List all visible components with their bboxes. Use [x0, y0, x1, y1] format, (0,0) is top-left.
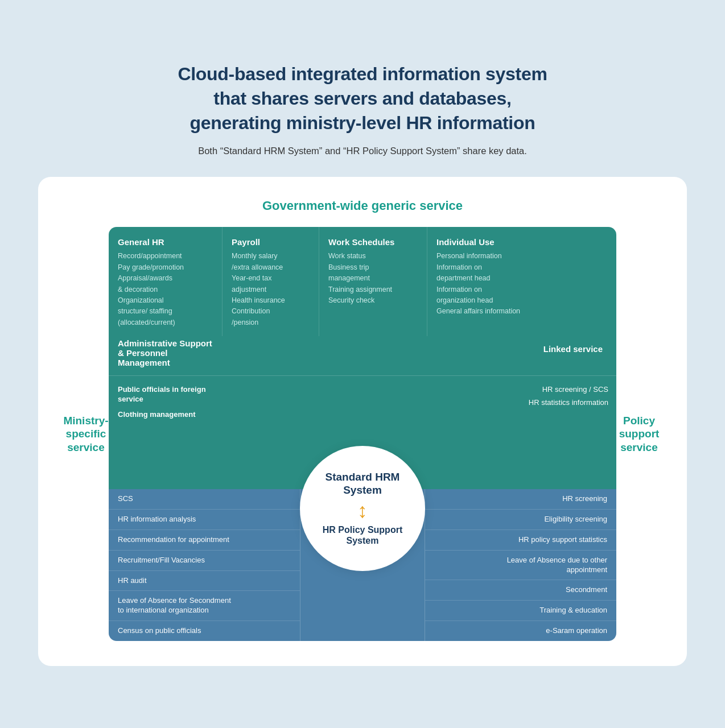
- bottom-right-item-4: Leave of Absence due to other appointmen…: [425, 551, 616, 581]
- policy-item-1: HR screening / SCS: [502, 385, 608, 394]
- admin-support-area: Administrative Support & Personnel Manag…: [118, 338, 360, 367]
- linked-service-area: Linked service: [360, 338, 607, 354]
- bottom-right-item-2: Eligibility screening: [425, 510, 616, 530]
- page-wrapper: Cloud-based integrated information syste…: [38, 62, 687, 666]
- bottom-right-item-5: Secondment: [425, 580, 616, 601]
- main-diagram: General HR Record/appointment Pay grade/…: [109, 227, 616, 641]
- bottom-right-item-1: HR screening: [425, 489, 616, 510]
- col-individual-use: Individual Use Personal information Info…: [427, 227, 541, 336]
- ministry-items-left: Public officials in foreign service Clot…: [109, 375, 234, 489]
- bottom-left-item-7: Census on public officials: [109, 621, 300, 641]
- section-title: Government-wide generic service: [63, 198, 662, 213]
- col3-header: Work Schedules: [328, 237, 419, 247]
- policy-support-label: Policy support service: [616, 227, 662, 641]
- policy-items-right: HR screening / SCS HR statistics informa…: [494, 375, 616, 489]
- arrow-icon: ↕: [357, 500, 368, 521]
- bottom-right-item-6: Training & education: [425, 601, 616, 621]
- col4-items: Personal information Information on depa…: [436, 251, 533, 317]
- col4-header: Individual Use: [436, 237, 533, 247]
- col2-header: Payroll: [232, 237, 311, 247]
- linked-service-label: Linked service: [360, 344, 603, 354]
- center-content: General HR Record/appointment Pay grade/…: [109, 227, 616, 641]
- subtitle: Both “Standard HRM System” and “HR Polic…: [38, 146, 687, 156]
- policy-label-text: Policy support service: [619, 414, 660, 454]
- col-general-hr: General HR Record/appointment Pay grade/…: [109, 227, 223, 336]
- hrm-circle: Standard HRM System ↕ HR Policy Support …: [300, 446, 425, 571]
- ministry-specific-label: Ministry- specific service: [63, 227, 109, 641]
- bottom-right-item-7: e-Saram operation: [425, 621, 616, 641]
- admin-linked-row: Administrative Support & Personnel Manag…: [109, 336, 616, 375]
- bottom-left-item-3: Recommendation for appointment: [109, 530, 300, 551]
- col-work-schedules: Work Schedules Work status Business trip…: [319, 227, 427, 336]
- bottom-left-item-4: Recruitment/Fill Vacancies: [109, 551, 300, 571]
- hrm-system-label: Standard HRM System: [326, 471, 400, 497]
- bottom-right-col: HR screening Eligibility screening HR po…: [425, 489, 616, 641]
- diagram-card: Government-wide generic service Ministry…: [38, 177, 687, 666]
- bottom-left-item-6: Leave of Absence for Secondment to inter…: [109, 591, 300, 621]
- col1-items: Record/appointment Pay grade/promotion A…: [118, 251, 214, 328]
- policy-item-2: HR statistics information: [502, 398, 608, 407]
- main-title: Cloud-based integrated information syste…: [38, 62, 687, 136]
- outer-layout: Ministry- specific service General HR Re…: [63, 227, 662, 641]
- bottom-left-col: SCS HR information analysis Recommendati…: [109, 489, 300, 641]
- col2-items: Monthly salary /extra allowance Year-end…: [232, 251, 311, 328]
- ministry-item-1: Public officials in foreign service: [118, 385, 226, 404]
- col1-header: General HR: [118, 237, 214, 247]
- admin-support-title: Administrative Support & Personnel Manag…: [118, 338, 360, 367]
- bottom-left-item-1: SCS: [109, 489, 300, 510]
- ministry-item-2: Clothing management: [118, 410, 226, 420]
- bottom-left-item-5: HR audit: [109, 571, 300, 592]
- hr-policy-label: HR Policy Support System: [323, 524, 402, 546]
- bottom-right-item-3: HR policy support statistics: [425, 530, 616, 551]
- top-teal-row: General HR Record/appointment Pay grade/…: [109, 227, 616, 336]
- col3-items: Work status Business trip management Tra…: [328, 251, 419, 306]
- ministry-label-text: Ministry- specific service: [63, 414, 108, 454]
- bottom-left-item-2: HR information analysis: [109, 510, 300, 530]
- col-payroll: Payroll Monthly salary /extra allowance …: [223, 227, 319, 336]
